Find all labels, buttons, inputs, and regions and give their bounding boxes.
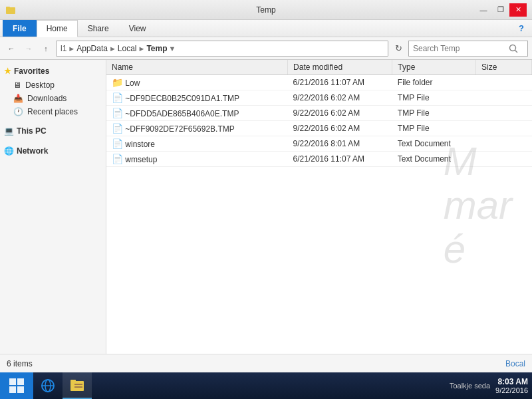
- start-button[interactable]: [0, 372, 33, 399]
- svg-rect-11: [70, 381, 84, 391]
- window-controls: — ❐ ✕: [475, 3, 527, 17]
- back-button[interactable]: ←: [4, 41, 19, 56]
- table-row[interactable]: 📁 Low 6/21/2016 11:07 AM File folder: [106, 75, 532, 90]
- status-bar: 6 items Bocal: [0, 354, 532, 372]
- items-count: 6 items: [7, 359, 33, 368]
- column-date[interactable]: Date modified: [288, 60, 392, 75]
- file-name: winstore: [125, 140, 155, 149]
- downloads-icon: 📥: [13, 94, 23, 103]
- file-name: Low: [125, 78, 140, 88]
- file-icon: 📁: [112, 77, 123, 88]
- file-icon: 📄: [112, 92, 123, 103]
- addressbar: ← → ↑ l1 ► AppData ► Local ► Temp ▼ ↻: [0, 37, 532, 60]
- path-local: Local: [118, 44, 137, 53]
- favorites-label: Favorites: [14, 66, 49, 76]
- svg-rect-1: [6, 7, 10, 9]
- sidebar: ★ Favorites 🖥 Desktop 📥 Downloads 🕐 Rece…: [0, 60, 106, 360]
- ie-icon: [40, 378, 56, 394]
- file-size: [476, 136, 532, 152]
- computer-icon: 💻: [4, 126, 14, 136]
- clock-time: 8:03 AM: [495, 377, 528, 386]
- window-icon: [5, 5, 16, 15]
- column-size[interactable]: Size: [476, 60, 532, 75]
- svg-rect-6: [9, 386, 16, 393]
- file-name: wmsetup: [125, 155, 157, 164]
- file-date: 9/22/2016 6:02 AM: [288, 90, 392, 106]
- ribbon-tabs: File Home Share View ?: [0, 20, 532, 37]
- file-type: File folder: [392, 75, 476, 90]
- table-row[interactable]: 📄 ~DF9DECB0B25C091DA1.TMP 9/22/2016 6:02…: [106, 90, 532, 106]
- taskbar-clock: 8:03 AM 9/22/2016: [495, 377, 532, 394]
- path-temp: Temp: [146, 44, 167, 53]
- svg-rect-14: [74, 386, 82, 388]
- this-pc-label: This PC: [17, 126, 47, 136]
- svg-rect-5: [17, 378, 24, 385]
- file-name: ~DF9DECB0B25C091DA1.TMP: [125, 94, 239, 103]
- search-input[interactable]: [413, 44, 506, 53]
- explorer-button[interactable]: [63, 372, 92, 399]
- tab-home[interactable]: Home: [37, 20, 78, 37]
- downloads-label: Downloads: [27, 94, 66, 103]
- file-type: Text Document: [392, 136, 476, 152]
- tab-view[interactable]: View: [119, 20, 156, 37]
- sidebar-favorites[interactable]: ★ Favorites: [0, 64, 106, 78]
- file-size: [476, 90, 532, 106]
- column-type[interactable]: Type: [392, 60, 476, 75]
- sidebar-network[interactable]: 🌐 Network: [0, 144, 106, 158]
- sidebar-this-pc[interactable]: 💻 This PC: [0, 124, 106, 138]
- main-layout: ★ Favorites 🖥 Desktop 📥 Downloads 🕐 Rece…: [0, 60, 532, 360]
- file-date: 6/21/2016 11:07 AM: [288, 152, 392, 167]
- table-row[interactable]: 📄 winstore 9/22/2016 8:01 AM Text Docume…: [106, 136, 532, 152]
- file-date: 6/21/2016 11:07 AM: [288, 75, 392, 90]
- title-bar: Temp — ❐ ✕: [0, 0, 532, 20]
- table-row[interactable]: 📄 ~DFF9092DE72F65692B.TMP 9/22/2016 6:02…: [106, 121, 532, 136]
- file-icon: 📄: [112, 138, 123, 149]
- title-bar-icons: [5, 5, 16, 15]
- ie-button[interactable]: [33, 372, 63, 399]
- file-name: ~DFDD5ADE865B406A0E.TMP: [125, 109, 239, 118]
- taskbar-tray: Toalkje seda: [444, 382, 495, 390]
- help-icon[interactable]: ?: [519, 23, 524, 33]
- file-date: 9/22/2016 6:02 AM: [288, 106, 392, 121]
- status-right-text: Bocal: [505, 359, 525, 368]
- file-date: 9/22/2016 8:01 AM: [288, 136, 392, 152]
- network-icon: 🌐: [4, 146, 14, 156]
- tab-file[interactable]: File: [3, 20, 37, 37]
- svg-rect-4: [9, 378, 16, 385]
- svg-line-3: [515, 50, 518, 53]
- explorer-icon: [69, 377, 85, 393]
- address-box[interactable]: l1 ► AppData ► Local ► Temp ▼: [56, 41, 388, 57]
- desktop-icon: 🖥: [13, 80, 21, 90]
- path-appdata: AppData: [76, 44, 108, 53]
- file-icon: 📄: [112, 154, 123, 164]
- svg-rect-13: [74, 384, 82, 385]
- file-icon: 📄: [112, 123, 123, 134]
- table-row[interactable]: 📄 wmsetup 6/21/2016 11:07 AM Text Docume…: [106, 152, 532, 167]
- minimize-button[interactable]: —: [475, 3, 492, 17]
- file-area: M mar é Name Date modified Type Size 📁 L…: [106, 60, 532, 360]
- column-name[interactable]: Name: [106, 60, 288, 75]
- maximize-button[interactable]: ❐: [492, 3, 509, 17]
- forward-button[interactable]: →: [21, 41, 36, 56]
- windows-logo: [9, 378, 25, 394]
- table-row[interactable]: 📄 ~DFDD5ADE865B406A0E.TMP 9/22/2016 6:02…: [106, 106, 532, 121]
- svg-rect-7: [17, 386, 24, 393]
- sidebar-item-recent[interactable]: 🕐 Recent places: [0, 105, 106, 118]
- tab-share[interactable]: Share: [78, 20, 119, 37]
- clock-date: 9/22/2016: [495, 386, 528, 394]
- svg-point-2: [510, 45, 516, 51]
- file-icon: 📄: [112, 108, 123, 118]
- path-l1: l1: [61, 44, 66, 53]
- file-size: [476, 75, 532, 90]
- close-button[interactable]: ✕: [509, 3, 527, 17]
- up-button[interactable]: ↑: [39, 41, 53, 56]
- sidebar-item-downloads[interactable]: 📥 Downloads: [0, 92, 106, 105]
- network-label: Network: [17, 146, 48, 156]
- star-icon: ★: [4, 66, 11, 76]
- refresh-button[interactable]: ↻: [391, 41, 406, 56]
- search-box[interactable]: [408, 41, 528, 57]
- sidebar-item-desktop[interactable]: 🖥 Desktop: [0, 78, 106, 92]
- file-type: Text Document: [392, 152, 476, 167]
- svg-rect-12: [70, 380, 76, 382]
- tray-text: Toalkje seda: [450, 382, 490, 390]
